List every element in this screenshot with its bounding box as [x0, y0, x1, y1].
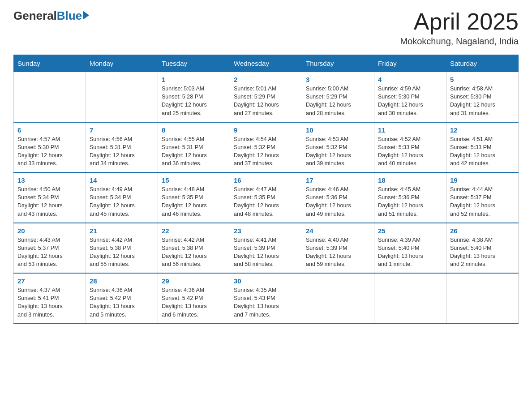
day-number: 29 [162, 277, 226, 285]
header-day-monday: Monday [86, 55, 158, 72]
day-number: 22 [162, 227, 226, 235]
calendar-cell: 1Sunrise: 5:03 AM Sunset: 5:28 PM Daylig… [158, 72, 230, 122]
day-info: Sunrise: 5:00 AM Sunset: 5:29 PM Dayligh… [306, 85, 370, 117]
day-info: Sunrise: 4:40 AM Sunset: 5:39 PM Dayligh… [306, 236, 370, 269]
calendar-cell: 12Sunrise: 4:51 AM Sunset: 5:33 PM Dayli… [446, 122, 519, 173]
logo-blue-part: Blue [57, 9, 89, 23]
header-day-tuesday: Tuesday [158, 55, 230, 72]
header-row: SundayMondayTuesdayWednesdayThursdayFrid… [14, 55, 519, 72]
week-row-5: 27Sunrise: 4:37 AM Sunset: 5:41 PM Dayli… [14, 273, 519, 324]
calendar-cell: 14Sunrise: 4:49 AM Sunset: 5:34 PM Dayli… [86, 172, 158, 223]
day-info: Sunrise: 4:43 AM Sunset: 5:37 PM Dayligh… [17, 236, 82, 269]
day-info: Sunrise: 4:37 AM Sunset: 5:41 PM Dayligh… [17, 286, 82, 319]
day-info: Sunrise: 4:48 AM Sunset: 5:35 PM Dayligh… [162, 185, 226, 218]
day-number: 20 [17, 227, 82, 235]
day-number: 21 [90, 227, 154, 235]
week-row-3: 13Sunrise: 4:50 AM Sunset: 5:34 PM Dayli… [14, 172, 519, 223]
location-text: Mokokchung, Nagaland, India [400, 36, 519, 47]
logo: General Blue [13, 9, 89, 23]
day-info: Sunrise: 4:52 AM Sunset: 5:33 PM Dayligh… [378, 135, 442, 168]
day-info: Sunrise: 4:36 AM Sunset: 5:42 PM Dayligh… [162, 286, 226, 319]
logo-arrow-icon [83, 11, 89, 20]
calendar-cell: 4Sunrise: 4:59 AM Sunset: 5:30 PM Daylig… [374, 72, 446, 122]
day-number: 28 [90, 277, 154, 285]
calendar-cell [446, 273, 519, 324]
calendar-cell: 25Sunrise: 4:39 AM Sunset: 5:40 PM Dayli… [374, 223, 446, 274]
header-day-thursday: Thursday [302, 55, 374, 72]
day-info: Sunrise: 4:53 AM Sunset: 5:32 PM Dayligh… [306, 135, 370, 168]
day-number: 13 [17, 176, 82, 184]
day-info: Sunrise: 4:51 AM Sunset: 5:33 PM Dayligh… [450, 135, 515, 168]
calendar-cell: 10Sunrise: 4:53 AM Sunset: 5:32 PM Dayli… [302, 122, 374, 173]
day-number: 15 [162, 176, 226, 184]
day-info: Sunrise: 4:42 AM Sunset: 5:38 PM Dayligh… [162, 236, 226, 269]
day-number: 26 [450, 227, 515, 235]
calendar-cell: 2Sunrise: 5:01 AM Sunset: 5:29 PM Daylig… [230, 72, 302, 122]
calendar-cell: 7Sunrise: 4:56 AM Sunset: 5:31 PM Daylig… [86, 122, 158, 173]
calendar-cell: 13Sunrise: 4:50 AM Sunset: 5:34 PM Dayli… [14, 172, 86, 223]
header-day-sunday: Sunday [14, 55, 86, 72]
day-info: Sunrise: 4:39 AM Sunset: 5:40 PM Dayligh… [378, 236, 442, 269]
day-number: 8 [162, 126, 226, 134]
week-row-1: 1Sunrise: 5:03 AM Sunset: 5:28 PM Daylig… [14, 72, 519, 122]
calendar-body: 1Sunrise: 5:03 AM Sunset: 5:28 PM Daylig… [14, 72, 519, 324]
day-number: 30 [234, 277, 298, 285]
day-info: Sunrise: 5:03 AM Sunset: 5:28 PM Dayligh… [162, 85, 226, 117]
day-info: Sunrise: 4:35 AM Sunset: 5:43 PM Dayligh… [234, 286, 298, 319]
page-header: General Blue April 2025 Mokokchung, Naga… [13, 9, 519, 47]
calendar-cell: 6Sunrise: 4:57 AM Sunset: 5:30 PM Daylig… [14, 122, 86, 173]
day-number: 3 [306, 76, 370, 83]
title-area: April 2025 Mokokchung, Nagaland, India [400, 9, 519, 47]
day-info: Sunrise: 4:36 AM Sunset: 5:42 PM Dayligh… [90, 286, 154, 319]
calendar-cell: 16Sunrise: 4:47 AM Sunset: 5:35 PM Dayli… [230, 172, 302, 223]
day-number: 10 [306, 126, 370, 134]
calendar-cell: 20Sunrise: 4:43 AM Sunset: 5:37 PM Dayli… [14, 223, 86, 274]
day-info: Sunrise: 4:57 AM Sunset: 5:30 PM Dayligh… [17, 135, 82, 168]
logo-blue-text: Blue [57, 9, 82, 23]
calendar-cell: 22Sunrise: 4:42 AM Sunset: 5:38 PM Dayli… [158, 223, 230, 274]
calendar-cell: 17Sunrise: 4:46 AM Sunset: 5:36 PM Dayli… [302, 172, 374, 223]
day-number: 25 [378, 227, 442, 235]
day-info: Sunrise: 4:58 AM Sunset: 5:30 PM Dayligh… [450, 85, 515, 117]
day-info: Sunrise: 4:41 AM Sunset: 5:39 PM Dayligh… [234, 236, 298, 269]
week-row-2: 6Sunrise: 4:57 AM Sunset: 5:30 PM Daylig… [14, 122, 519, 173]
calendar-cell: 11Sunrise: 4:52 AM Sunset: 5:33 PM Dayli… [374, 122, 446, 173]
day-info: Sunrise: 4:44 AM Sunset: 5:37 PM Dayligh… [450, 185, 515, 218]
day-number: 17 [306, 176, 370, 184]
day-number: 16 [234, 176, 298, 184]
calendar-cell [14, 72, 86, 122]
day-info: Sunrise: 4:55 AM Sunset: 5:31 PM Dayligh… [162, 135, 226, 168]
calendar-cell: 18Sunrise: 4:45 AM Sunset: 5:36 PM Dayli… [374, 172, 446, 223]
calendar-cell: 27Sunrise: 4:37 AM Sunset: 5:41 PM Dayli… [14, 273, 86, 324]
calendar-cell: 28Sunrise: 4:36 AM Sunset: 5:42 PM Dayli… [86, 273, 158, 324]
day-info: Sunrise: 4:56 AM Sunset: 5:31 PM Dayligh… [90, 135, 154, 168]
day-info: Sunrise: 4:54 AM Sunset: 5:32 PM Dayligh… [234, 135, 298, 168]
day-info: Sunrise: 4:38 AM Sunset: 5:40 PM Dayligh… [450, 236, 515, 269]
calendar-table: SundayMondayTuesdayWednesdayThursdayFrid… [13, 55, 519, 324]
day-info: Sunrise: 5:01 AM Sunset: 5:29 PM Dayligh… [234, 85, 298, 117]
day-info: Sunrise: 4:45 AM Sunset: 5:36 PM Dayligh… [378, 185, 442, 218]
calendar-header: SundayMondayTuesdayWednesdayThursdayFrid… [14, 55, 519, 72]
day-info: Sunrise: 4:42 AM Sunset: 5:38 PM Dayligh… [90, 236, 154, 269]
day-info: Sunrise: 4:49 AM Sunset: 5:34 PM Dayligh… [90, 185, 154, 218]
day-number: 23 [234, 227, 298, 235]
day-info: Sunrise: 4:59 AM Sunset: 5:30 PM Dayligh… [378, 85, 442, 117]
day-number: 27 [17, 277, 82, 285]
day-number: 4 [378, 76, 442, 83]
day-number: 9 [234, 126, 298, 134]
day-info: Sunrise: 4:46 AM Sunset: 5:36 PM Dayligh… [306, 185, 370, 218]
calendar-cell [374, 273, 446, 324]
calendar-cell: 26Sunrise: 4:38 AM Sunset: 5:40 PM Dayli… [446, 223, 519, 274]
day-number: 11 [378, 126, 442, 134]
day-number: 14 [90, 176, 154, 184]
calendar-cell: 30Sunrise: 4:35 AM Sunset: 5:43 PM Dayli… [230, 273, 302, 324]
day-number: 1 [162, 76, 226, 83]
calendar-cell: 29Sunrise: 4:36 AM Sunset: 5:42 PM Dayli… [158, 273, 230, 324]
day-number: 18 [378, 176, 442, 184]
day-number: 24 [306, 227, 370, 235]
day-number: 19 [450, 176, 515, 184]
day-number: 6 [17, 126, 82, 134]
calendar-cell: 5Sunrise: 4:58 AM Sunset: 5:30 PM Daylig… [446, 72, 519, 122]
day-number: 7 [90, 126, 154, 134]
calendar-cell: 24Sunrise: 4:40 AM Sunset: 5:39 PM Dayli… [302, 223, 374, 274]
